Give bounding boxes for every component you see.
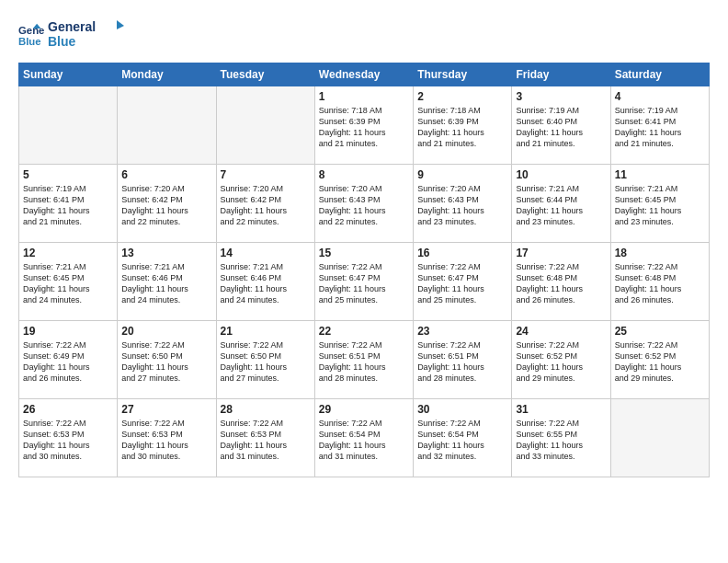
day-number: 20 [121, 325, 211, 338]
day-info: Sunrise: 7:21 AM Sunset: 6:46 PM Dayligh… [221, 261, 311, 306]
day-info: Sunrise: 7:21 AM Sunset: 6:44 PM Dayligh… [516, 183, 606, 228]
calendar-cell: 20Sunrise: 7:22 AM Sunset: 6:50 PM Dayli… [118, 321, 216, 399]
day-info: Sunrise: 7:20 AM Sunset: 6:43 PM Dayligh… [319, 183, 409, 228]
day-info: Sunrise: 7:22 AM Sunset: 6:49 PM Dayligh… [23, 339, 113, 385]
day-info: Sunrise: 7:22 AM Sunset: 6:47 PM Dayligh… [319, 261, 409, 306]
day-info: Sunrise: 7:21 AM Sunset: 6:46 PM Dayligh… [121, 261, 211, 306]
weekday-friday: Friday [512, 63, 610, 86]
calendar-cell: 21Sunrise: 7:22 AM Sunset: 6:50 PM Dayli… [216, 321, 314, 399]
page-header: General Blue General Blue [18, 17, 710, 53]
day-info: Sunrise: 7:20 AM Sunset: 6:42 PM Dayligh… [221, 183, 311, 228]
week-row-2: 5Sunrise: 7:19 AM Sunset: 6:41 PM Daylig… [19, 165, 710, 243]
calendar-cell: 30Sunrise: 7:22 AM Sunset: 6:54 PM Dayli… [414, 399, 512, 477]
day-number: 16 [417, 247, 507, 259]
day-info: Sunrise: 7:22 AM Sunset: 6:51 PM Dayligh… [417, 339, 507, 385]
week-row-4: 19Sunrise: 7:22 AM Sunset: 6:49 PM Dayli… [19, 321, 710, 399]
day-info: Sunrise: 7:22 AM Sunset: 6:47 PM Dayligh… [417, 261, 507, 306]
day-number: 3 [516, 90, 606, 103]
calendar-cell: 24Sunrise: 7:22 AM Sunset: 6:52 PM Dayli… [512, 321, 610, 399]
logo-icon: General Blue [18, 22, 44, 48]
svg-text:General: General [18, 25, 44, 36]
day-info: Sunrise: 7:22 AM Sunset: 6:53 PM Dayligh… [23, 418, 113, 463]
day-number: 17 [516, 247, 606, 259]
day-number: 9 [417, 168, 507, 181]
calendar-cell: 23Sunrise: 7:22 AM Sunset: 6:51 PM Dayli… [414, 321, 512, 399]
calendar-cell: 10Sunrise: 7:21 AM Sunset: 6:44 PM Dayli… [512, 165, 610, 243]
day-info: Sunrise: 7:19 AM Sunset: 6:41 PM Dayligh… [615, 105, 705, 150]
day-info: Sunrise: 7:22 AM Sunset: 6:54 PM Dayligh… [319, 418, 409, 463]
day-info: Sunrise: 7:22 AM Sunset: 6:55 PM Dayligh… [516, 418, 606, 463]
day-number: 14 [221, 247, 311, 259]
day-number: 30 [417, 403, 507, 416]
day-number: 22 [319, 325, 409, 338]
calendar-cell: 9Sunrise: 7:20 AM Sunset: 6:43 PM Daylig… [414, 165, 512, 243]
calendar-cell: 16Sunrise: 7:22 AM Sunset: 6:47 PM Dayli… [414, 243, 512, 321]
calendar-table: SundayMondayTuesdayWednesdayThursdayFrid… [18, 63, 710, 477]
calendar-cell: 29Sunrise: 7:22 AM Sunset: 6:54 PM Dayli… [314, 399, 413, 477]
day-number: 18 [615, 247, 705, 259]
calendar-cell: 13Sunrise: 7:21 AM Sunset: 6:46 PM Dayli… [118, 243, 216, 321]
day-number: 29 [319, 403, 409, 416]
calendar-cell: 28Sunrise: 7:22 AM Sunset: 6:53 PM Dayli… [216, 399, 314, 477]
day-number: 26 [23, 403, 113, 416]
day-info: Sunrise: 7:20 AM Sunset: 6:42 PM Dayligh… [121, 183, 211, 228]
calendar-cell [610, 399, 709, 477]
day-number: 21 [221, 325, 311, 338]
weekday-sunday: Sunday [19, 63, 118, 86]
day-info: Sunrise: 7:22 AM Sunset: 6:52 PM Dayligh… [516, 339, 606, 385]
day-info: Sunrise: 7:22 AM Sunset: 6:54 PM Dayligh… [417, 418, 507, 463]
svg-text:Blue: Blue [18, 36, 41, 47]
day-info: Sunrise: 7:22 AM Sunset: 6:51 PM Dayligh… [319, 339, 409, 385]
calendar-cell: 22Sunrise: 7:22 AM Sunset: 6:51 PM Dayli… [314, 321, 413, 399]
svg-text:General: General [48, 19, 96, 34]
svg-marker-5 [117, 20, 124, 29]
day-number: 31 [516, 403, 606, 416]
day-number: 19 [23, 325, 113, 338]
day-number: 24 [516, 325, 606, 338]
calendar-cell [118, 86, 216, 165]
day-info: Sunrise: 7:21 AM Sunset: 6:45 PM Dayligh… [23, 261, 113, 306]
day-info: Sunrise: 7:19 AM Sunset: 6:41 PM Dayligh… [23, 183, 113, 228]
calendar-cell: 8Sunrise: 7:20 AM Sunset: 6:43 PM Daylig… [314, 165, 413, 243]
day-info: Sunrise: 7:22 AM Sunset: 6:48 PM Dayligh… [516, 261, 606, 306]
day-number: 5 [23, 168, 113, 181]
day-number: 6 [121, 168, 211, 181]
week-row-3: 12Sunrise: 7:21 AM Sunset: 6:45 PM Dayli… [19, 243, 710, 321]
calendar-cell: 17Sunrise: 7:22 AM Sunset: 6:48 PM Dayli… [512, 243, 610, 321]
calendar-cell: 1Sunrise: 7:18 AM Sunset: 6:39 PM Daylig… [314, 86, 413, 165]
day-info: Sunrise: 7:22 AM Sunset: 6:50 PM Dayligh… [221, 339, 311, 385]
weekday-tuesday: Tuesday [216, 63, 314, 86]
calendar-cell: 15Sunrise: 7:22 AM Sunset: 6:47 PM Dayli… [314, 243, 413, 321]
calendar-cell: 6Sunrise: 7:20 AM Sunset: 6:42 PM Daylig… [118, 165, 216, 243]
weekday-wednesday: Wednesday [314, 63, 413, 86]
calendar-cell: 4Sunrise: 7:19 AM Sunset: 6:41 PM Daylig… [610, 86, 709, 165]
week-row-5: 26Sunrise: 7:22 AM Sunset: 6:53 PM Dayli… [19, 399, 710, 477]
day-info: Sunrise: 7:22 AM Sunset: 6:50 PM Dayligh… [121, 339, 211, 385]
day-info: Sunrise: 7:20 AM Sunset: 6:43 PM Dayligh… [417, 183, 507, 228]
day-info: Sunrise: 7:22 AM Sunset: 6:53 PM Dayligh… [121, 418, 211, 463]
day-info: Sunrise: 7:22 AM Sunset: 6:48 PM Dayligh… [615, 261, 705, 306]
calendar-cell: 12Sunrise: 7:21 AM Sunset: 6:45 PM Dayli… [19, 243, 118, 321]
day-info: Sunrise: 7:22 AM Sunset: 6:53 PM Dayligh… [221, 418, 311, 463]
day-number: 12 [23, 247, 113, 259]
day-info: Sunrise: 7:22 AM Sunset: 6:52 PM Dayligh… [615, 339, 705, 385]
calendar-cell: 11Sunrise: 7:21 AM Sunset: 6:45 PM Dayli… [610, 165, 709, 243]
day-number: 10 [516, 168, 606, 181]
day-number: 27 [121, 403, 211, 416]
weekday-header-row: SundayMondayTuesdayWednesdayThursdayFrid… [19, 63, 710, 86]
calendar-cell: 27Sunrise: 7:22 AM Sunset: 6:53 PM Dayli… [118, 399, 216, 477]
calendar-cell: 3Sunrise: 7:19 AM Sunset: 6:40 PM Daylig… [512, 86, 610, 165]
day-number: 4 [615, 90, 705, 103]
calendar-cell: 18Sunrise: 7:22 AM Sunset: 6:48 PM Dayli… [610, 243, 709, 321]
day-number: 11 [615, 168, 705, 181]
svg-text:Blue: Blue [48, 34, 76, 49]
day-info: Sunrise: 7:19 AM Sunset: 6:40 PM Dayligh… [516, 105, 606, 150]
calendar-cell: 19Sunrise: 7:22 AM Sunset: 6:49 PM Dayli… [19, 321, 118, 399]
calendar-cell: 2Sunrise: 7:18 AM Sunset: 6:39 PM Daylig… [414, 86, 512, 165]
day-number: 2 [417, 90, 507, 103]
calendar-cell: 31Sunrise: 7:22 AM Sunset: 6:55 PM Dayli… [512, 399, 610, 477]
day-number: 25 [615, 325, 705, 338]
calendar-cell [19, 86, 118, 165]
calendar-cell: 7Sunrise: 7:20 AM Sunset: 6:42 PM Daylig… [216, 165, 314, 243]
day-number: 15 [319, 247, 409, 259]
